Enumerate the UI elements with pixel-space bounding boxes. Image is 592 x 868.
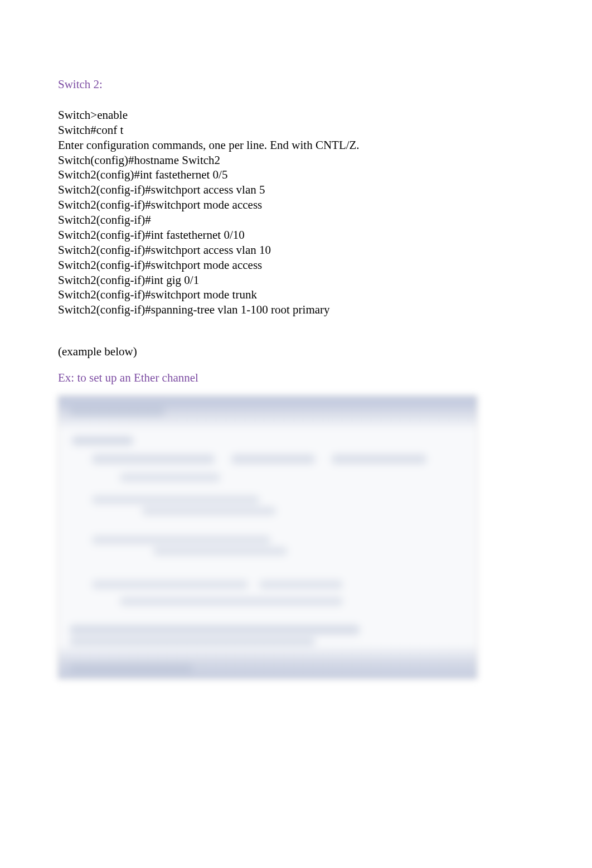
cli-line: Switch2(config-if)#int fastethernet 0/10	[58, 228, 534, 243]
cli-output-block: Switch>enable Switch#conf t Enter config…	[58, 108, 534, 317]
cli-line: Switch2(config)#int fastethernet 0/5	[58, 167, 534, 182]
cli-line: Switch>enable	[58, 108, 534, 123]
cli-line: Switch2(config-if)#	[58, 213, 534, 228]
cli-line: Switch2(config-if)#switchport mode acces…	[58, 197, 534, 213]
example-note: (example below)	[58, 344, 534, 359]
cli-line: Switch2(config-if)#switchport access vla…	[58, 243, 534, 258]
subheading-etherchannel: Ex: to set up an Ether channel	[58, 370, 534, 385]
cli-line: Switch#conf t	[58, 123, 534, 138]
cli-line: Switch2(config-if)#switchport mode acces…	[58, 258, 534, 273]
cli-line: Switch2(config-if)#spanning-tree vlan 1-…	[58, 302, 534, 317]
cli-line: Enter configuration commands, one per li…	[58, 138, 534, 153]
blurred-screenshot-placeholder	[58, 396, 477, 679]
cli-line: Switch2(config-if)#int gig 0/1	[58, 273, 534, 288]
cli-line: Switch2(config-if)#switchport mode trunk	[58, 287, 534, 302]
cli-line: Switch(config)#hostname Switch2	[58, 153, 534, 168]
section-heading-switch2: Switch 2:	[58, 77, 534, 92]
cli-line: Switch2(config-if)#switchport access vla…	[58, 182, 534, 197]
